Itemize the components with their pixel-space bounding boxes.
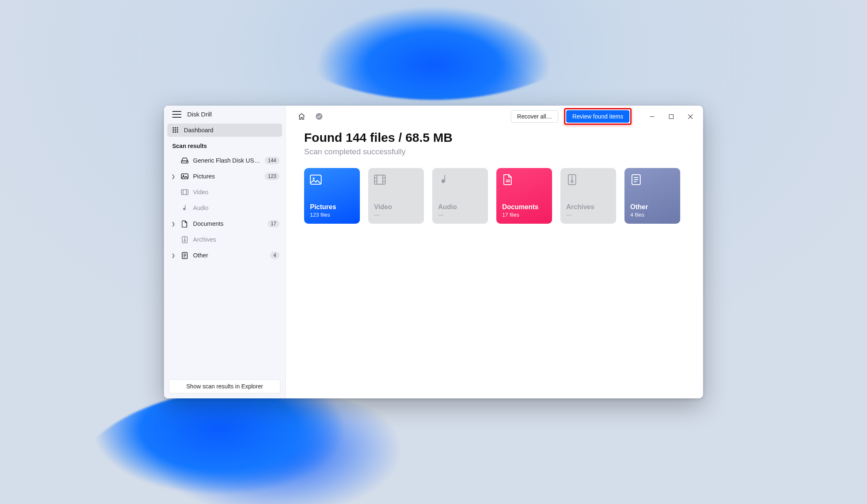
- window-controls: [642, 107, 700, 126]
- sidebar-item-dashboard[interactable]: Dashboard: [167, 124, 282, 137]
- card-pictures[interactable]: Pictures 123 files: [304, 168, 360, 224]
- chevron-right-icon: ❯: [170, 253, 176, 258]
- sidebar-header: Disk Drill: [164, 111, 285, 124]
- other-icon: [630, 174, 642, 185]
- svg-rect-28: [374, 175, 385, 184]
- svg-rect-25: [669, 114, 673, 119]
- card-audio: Audio —: [432, 168, 488, 224]
- main: Recover all… Review found items Found 14…: [286, 106, 703, 398]
- scan-results-tree: ❯Generic Flash Disk USB…144❯Pictures123❯…: [164, 153, 285, 263]
- svg-rect-18: [184, 240, 186, 242]
- tree-item-label: Other: [193, 252, 266, 259]
- video-icon: [374, 174, 386, 185]
- other-icon: [181, 252, 189, 259]
- svg-point-10: [186, 162, 187, 163]
- sidebar-section-label: Scan results: [164, 137, 285, 153]
- count-badge: 123: [265, 173, 280, 180]
- document-icon: [502, 174, 514, 185]
- sidebar-footer: Show scan results in Explorer: [164, 375, 285, 398]
- card-sub: —: [438, 212, 482, 218]
- tree-item-label: Archives: [193, 236, 280, 243]
- window-maximize-button[interactable]: [661, 107, 681, 126]
- card-sub: —: [374, 212, 418, 218]
- card-sub: 17 files: [502, 212, 546, 218]
- svg-rect-2: [177, 127, 178, 128]
- review-button-highlight: Review found items: [564, 108, 632, 125]
- tree-item[interactable]: ❯Archives: [167, 232, 282, 247]
- svg-rect-39: [571, 180, 573, 183]
- window-close-button[interactable]: [681, 107, 700, 126]
- video-icon: [181, 189, 189, 195]
- chevron-right-icon: ❯: [170, 174, 176, 179]
- tree-item-label: Generic Flash Disk USB…: [193, 157, 260, 164]
- svg-rect-4: [175, 129, 176, 131]
- home-icon[interactable]: [296, 111, 307, 122]
- svg-rect-1: [175, 127, 176, 128]
- headline: Found 144 files / 68.5 MB: [304, 131, 685, 145]
- app-title: Disk Drill: [187, 111, 212, 118]
- svg-point-27: [313, 178, 315, 179]
- tree-item[interactable]: ❯Documents17: [167, 216, 282, 232]
- archive-icon: [181, 236, 189, 243]
- card-title: Documents: [502, 203, 546, 211]
- audio-icon: [181, 205, 189, 211]
- topbar: Recover all… Review found items: [286, 106, 703, 127]
- svg-rect-0: [173, 127, 174, 128]
- tree-item[interactable]: ❯Audio: [167, 200, 282, 216]
- chevron-right-icon: ❯: [170, 221, 176, 227]
- svg-rect-3: [173, 129, 174, 131]
- picture-icon: [310, 174, 322, 185]
- svg-rect-7: [175, 131, 176, 133]
- window-minimize-button[interactable]: [642, 107, 661, 126]
- category-cards: Pictures 123 files Video — Audio —: [304, 168, 685, 224]
- tree-item[interactable]: ❯Other4: [167, 247, 282, 263]
- card-title: Video: [374, 203, 418, 211]
- svg-rect-13: [181, 190, 188, 195]
- card-title: Archives: [566, 203, 610, 211]
- tree-item[interactable]: ❯Pictures123: [167, 168, 282, 184]
- sidebar-item-label: Dashboard: [184, 127, 213, 133]
- card-title: Pictures: [310, 203, 354, 211]
- nav: Dashboard: [164, 124, 285, 137]
- svg-rect-8: [177, 131, 178, 133]
- tree-item-label: Pictures: [193, 173, 260, 180]
- tree-item-label: Video: [193, 189, 280, 195]
- sidebar: Disk Drill Dashboard Scan results ❯Gener…: [164, 106, 286, 398]
- show-in-explorer-button[interactable]: Show scan results in Explorer: [169, 379, 280, 393]
- count-badge: 144: [265, 157, 280, 164]
- archive-icon: [566, 174, 578, 185]
- svg-rect-6: [173, 131, 174, 133]
- svg-rect-24: [650, 116, 654, 117]
- card-video: Video —: [368, 168, 424, 224]
- drive-icon: [181, 158, 189, 163]
- content: Found 144 files / 68.5 MB Scan completed…: [286, 127, 703, 224]
- svg-rect-5: [177, 129, 178, 131]
- card-documents[interactable]: Documents 17 files: [496, 168, 552, 224]
- card-sub: 123 files: [310, 212, 354, 218]
- tree-item[interactable]: ❯Video: [167, 184, 282, 200]
- count-badge: 4: [270, 252, 280, 259]
- card-other[interactable]: Other 4 files: [624, 168, 680, 224]
- tree-item-label: Documents: [193, 220, 263, 227]
- count-badge: 17: [268, 220, 280, 227]
- app-window: Disk Drill Dashboard Scan results ❯Gener…: [164, 106, 703, 398]
- hamburger-icon[interactable]: [172, 111, 181, 118]
- status-check-icon: [313, 111, 325, 122]
- card-title: Audio: [438, 203, 482, 211]
- card-archives: Archives —: [560, 168, 616, 224]
- tree-item[interactable]: ❯Generic Flash Disk USB…144: [167, 153, 282, 168]
- card-sub: —: [566, 212, 610, 218]
- grid-icon: [172, 127, 179, 133]
- review-found-items-button[interactable]: Review found items: [566, 110, 629, 123]
- card-sub: 4 files: [630, 212, 674, 218]
- tree-item-label: Audio: [193, 205, 280, 211]
- audio-icon: [438, 174, 450, 185]
- recover-all-button[interactable]: Recover all…: [511, 110, 558, 123]
- svg-rect-11: [181, 174, 188, 179]
- subline: Scan completed successfully: [304, 147, 685, 156]
- doc-icon: [181, 220, 189, 227]
- picture-icon: [181, 173, 189, 179]
- card-title: Other: [630, 203, 674, 211]
